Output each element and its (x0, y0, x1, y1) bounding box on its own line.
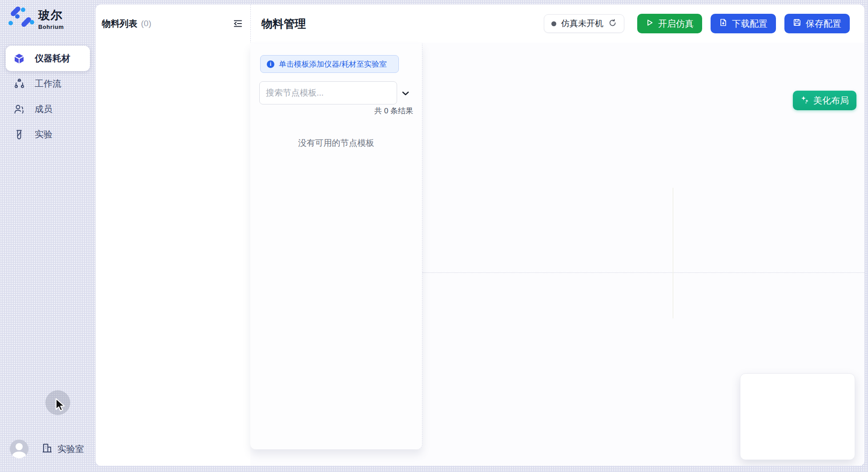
start-simulation-button[interactable]: 开启仿真 (637, 14, 702, 33)
sparkles-icon (800, 95, 809, 106)
template-search-input[interactable] (259, 81, 397, 104)
template-hint-banner[interactable]: i 单击模板添加仪器/耗材至实验室 (260, 55, 399, 73)
sidebar-item-label: 成员 (35, 103, 52, 115)
node-template-panel: i 单击模板添加仪器/耗材至实验室 共 0 条结果 没有可用的节点模板 (250, 43, 422, 449)
sidebar: 玻尔 Bohrium 仪器耗材 工作流 (0, 0, 96, 472)
info-circle-icon: i (267, 60, 274, 68)
save-config-button[interactable]: 保存配置 (784, 14, 850, 33)
sidebar-nav: 仪器耗材 工作流 成员 (6, 46, 90, 147)
material-list-title: 物料列表 (102, 18, 137, 30)
template-hint-text: 单击模板添加仪器/耗材至实验室 (279, 59, 387, 69)
bohrium-logo-icon (7, 6, 35, 31)
page-header: 物料管理 仿真未开机 开启仿真 (250, 4, 864, 43)
cube-icon (13, 53, 25, 64)
canvas-guide-line-horizontal (422, 272, 864, 273)
simulation-status-pill[interactable]: 仿真未开机 (544, 14, 624, 33)
start-simulation-label: 开启仿真 (658, 18, 694, 30)
beautify-layout-button[interactable]: 美化布局 (793, 91, 856, 110)
sidebar-item-instruments[interactable]: 仪器耗材 (6, 46, 90, 71)
chevron-down-icon[interactable] (401, 88, 410, 98)
workflow-icon (13, 78, 25, 90)
user-avatar[interactable] (10, 440, 28, 458)
menu-fold-icon[interactable] (232, 17, 244, 30)
header-actions: 仿真未开机 开启仿真 (544, 14, 850, 33)
minimap-panel[interactable] (740, 373, 855, 460)
sidebar-item-workflow[interactable]: 工作流 (6, 71, 90, 96)
empty-template-message: 没有可用的节点模板 (250, 137, 422, 149)
download-config-label: 下载配置 (732, 18, 768, 30)
main-container: 物料列表 (0) 物料管理 仿真未开机 (96, 4, 864, 466)
beautify-layout-label: 美化布局 (813, 95, 849, 107)
sidebar-item-experiment[interactable]: 实验 (6, 122, 90, 147)
sidebar-item-members[interactable]: 成员 (6, 96, 90, 122)
material-list-header: 物料列表 (0) (96, 4, 250, 43)
download-config-button[interactable]: 下载配置 (711, 14, 776, 33)
brand-name: 玻尔 (38, 8, 64, 23)
save-config-label: 保存配置 (806, 18, 841, 30)
save-icon (793, 18, 801, 29)
canvas-guide-line-vertical (673, 188, 673, 318)
sidebar-item-label: 实验 (35, 128, 52, 140)
page-title: 物料管理 (261, 16, 306, 31)
sidebar-footer: 实验室 (10, 440, 84, 458)
refresh-icon[interactable] (608, 19, 617, 29)
lab-switcher[interactable]: 实验室 (41, 442, 84, 456)
experiment-icon (13, 129, 25, 140)
building-icon (41, 442, 53, 456)
simulation-status-label: 仿真未开机 (561, 18, 603, 29)
sidebar-item-label: 工作流 (35, 78, 61, 90)
brand[interactable]: 玻尔 Bohrium (7, 6, 64, 31)
lab-label: 实验室 (57, 443, 84, 455)
sidebar-item-label: 仪器耗材 (35, 52, 70, 64)
status-dot-icon (551, 21, 556, 26)
brand-subtitle: Bohrium (38, 24, 64, 30)
members-icon (13, 104, 25, 115)
result-count: 共 0 条结果 (374, 106, 413, 116)
file-download-icon (719, 18, 727, 29)
material-list-count: (0) (141, 19, 151, 28)
play-icon (646, 19, 654, 29)
layout-canvas[interactable]: i 单击模板添加仪器/耗材至实验室 共 0 条结果 没有可用的节点模板 美化布局 (250, 43, 864, 466)
